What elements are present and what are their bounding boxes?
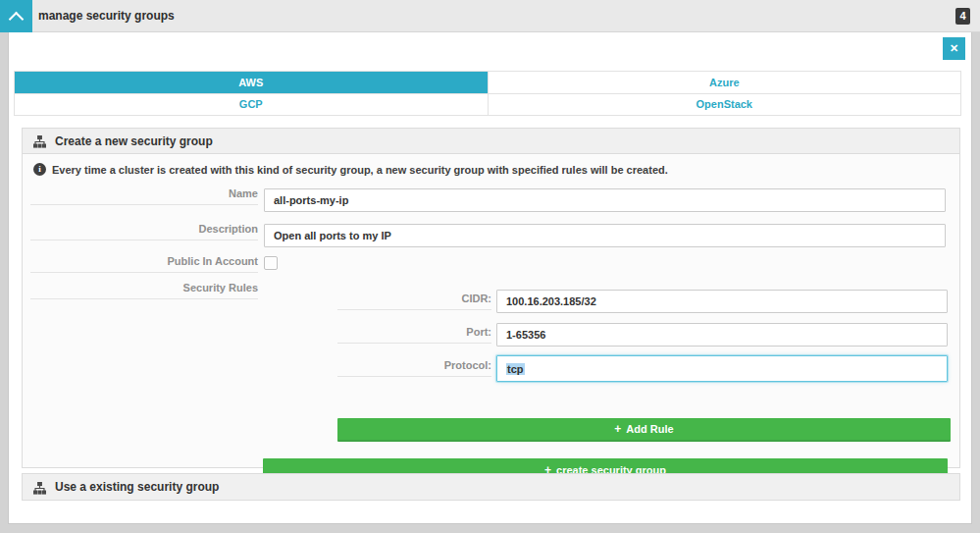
- cidr-label: CIDR:: [337, 293, 491, 310]
- name-input[interactable]: [264, 188, 946, 212]
- protocol-label: Protocol:: [337, 359, 491, 377]
- description-input[interactable]: [264, 224, 946, 247]
- port-input[interactable]: [496, 323, 948, 346]
- tab-gcp[interactable]: GCP: [15, 94, 488, 116]
- description-label: Description: [30, 223, 258, 240]
- close-icon: ✕: [950, 42, 958, 54]
- plus-icon: +: [614, 422, 621, 436]
- create-section-body: i Every time a cluster is created with t…: [23, 154, 959, 467]
- port-label: Port:: [337, 326, 491, 344]
- tab-aws[interactable]: AWS: [15, 72, 488, 93]
- count-badge: 4: [955, 8, 970, 25]
- public-in-account-label: Public In Account: [30, 255, 258, 273]
- tab-openstack[interactable]: OpenStack: [489, 94, 961, 116]
- cidr-input[interactable]: [496, 290, 948, 313]
- provider-tabs: AWS Azure GCP OpenStack: [14, 71, 961, 116]
- window-title: manage security groups: [38, 0, 175, 32]
- window-header-bar: manage security groups 4: [0, 0, 980, 32]
- existing-section-title: Use a existing security group: [55, 480, 219, 494]
- main-panel: ✕ AWS Azure GCP OpenStack: [8, 32, 972, 524]
- create-section-header[interactable]: Create a new security group: [23, 129, 959, 154]
- sitemap-icon: [33, 134, 46, 147]
- tab-azure[interactable]: Azure: [489, 72, 961, 93]
- name-label: Name: [30, 187, 258, 205]
- protocol-input[interactable]: tcp: [496, 355, 948, 382]
- collapse-button[interactable]: [0, 0, 32, 32]
- info-text: Every time a cluster is created with thi…: [52, 164, 668, 176]
- existing-section-header[interactable]: Use a existing security group: [23, 474, 959, 500]
- info-icon: i: [33, 163, 46, 176]
- sitemap-icon: [33, 481, 46, 494]
- existing-security-group-section: Use a existing security group: [22, 473, 960, 501]
- create-section-title: Create a new security group: [55, 134, 213, 148]
- create-security-group-section: Create a new security group i Every time…: [22, 128, 960, 468]
- public-in-account-checkbox[interactable]: [264, 256, 278, 270]
- add-rule-button-label: Add Rule: [626, 423, 673, 435]
- chevron-up-icon: [9, 12, 25, 27]
- manage-security-groups-window: manage security groups 4 ✕ AWS Azure GCP…: [0, 0, 980, 533]
- security-rules-label: Security Rules: [30, 282, 258, 299]
- protocol-selected-text: tcp: [506, 363, 525, 375]
- add-rule-button[interactable]: + Add Rule: [337, 418, 951, 442]
- close-button[interactable]: ✕: [943, 37, 965, 60]
- info-note: i Every time a cluster is created with t…: [33, 163, 668, 176]
